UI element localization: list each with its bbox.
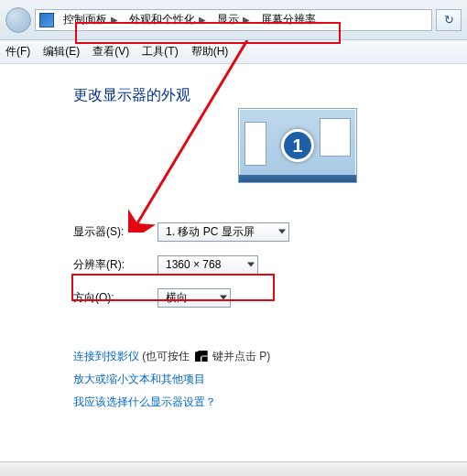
display-value: 1. 移动 PC 显示屏: [166, 224, 255, 240]
resolution-label: 分辨率(R):: [73, 257, 137, 273]
orientation-select[interactable]: 横向: [157, 288, 231, 308]
control-panel-icon: [39, 13, 54, 27]
crumb-resolution[interactable]: 屏幕分辨率: [255, 10, 321, 30]
resolution-select[interactable]: 1360 × 768: [157, 255, 258, 275]
chevron-right-icon: ▶: [243, 15, 250, 25]
orientation-value: 横向: [166, 290, 188, 306]
display-select[interactable]: 1. 移动 PC 显示屏: [157, 222, 289, 242]
dialog-button-bar: [0, 461, 467, 476]
content-panel: 更改显示器的外观 1 显示器(S): 1. 移动 PC 显示屏 分辨率(R): …: [0, 64, 467, 415]
windows-key-icon: [195, 351, 208, 362]
menu-view[interactable]: 查看(V): [92, 44, 129, 60]
page-title: 更改显示器的外观: [73, 86, 467, 105]
crumb-label: 屏幕分辨率: [261, 12, 316, 27]
menu-help[interactable]: 帮助(H): [191, 44, 229, 60]
crumb-label: 显示: [217, 12, 239, 27]
chevron-right-icon: ▶: [111, 15, 118, 25]
orientation-label: 方向(O):: [73, 290, 137, 306]
menu-tools[interactable]: 工具(T): [142, 44, 178, 60]
display-label: 显示器(S):: [73, 224, 137, 240]
link-which-display[interactable]: 我应该选择什么显示器设置？: [73, 395, 216, 408]
chevron-down-icon: [247, 263, 255, 267]
menu-file[interactable]: 件(F): [5, 44, 30, 60]
link-text-size[interactable]: 放大或缩小文本和其他项目: [73, 373, 205, 385]
chevron-right-icon: ▶: [199, 15, 206, 25]
address-bar[interactable]: 控制面板 ▶ 外观和个性化 ▶ 显示 ▶ 屏幕分辨率: [35, 9, 432, 31]
preview-window-icon: [320, 118, 351, 157]
menu-bar: 件(F) 编辑(E) 查看(V) 工具(T) 帮助(H): [0, 40, 467, 64]
nav-back-button[interactable]: [5, 7, 31, 33]
preview-taskbar: [239, 175, 356, 182]
refresh-icon: ↻: [444, 13, 454, 27]
chevron-down-icon: [278, 230, 286, 234]
resolution-value: 1360 × 768: [166, 258, 221, 271]
crumb-label: 控制面板: [63, 12, 107, 27]
row-display: 显示器(S): 1. 移动 PC 显示屏: [73, 215, 467, 248]
links-section: 连接到投影仪 (也可按住 键并点击 P) 放大或缩小文本和其他项目 我应该选择什…: [73, 345, 467, 415]
projector-note-suffix: 键并点击 P): [212, 350, 270, 362]
row-orientation: 方向(O): 横向: [73, 281, 467, 314]
refresh-button[interactable]: ↻: [436, 9, 462, 31]
link-projector[interactable]: 连接到投影仪: [73, 350, 139, 362]
crumb-control-panel[interactable]: 控制面板 ▶: [58, 10, 124, 30]
projector-note-prefix: (也可按住: [142, 350, 192, 362]
crumb-display[interactable]: 显示 ▶: [212, 10, 255, 30]
monitor-number-badge: 1: [281, 129, 314, 162]
crumb-label: 外观和个性化: [129, 12, 195, 27]
monitor-preview[interactable]: 1: [238, 108, 357, 183]
crumb-appearance[interactable]: 外观和个性化 ▶: [124, 10, 212, 30]
menu-edit[interactable]: 编辑(E): [43, 44, 80, 60]
row-resolution: 分辨率(R): 1360 × 768: [73, 248, 467, 281]
preview-window-icon: [244, 122, 266, 166]
chevron-down-icon: [220, 296, 227, 300]
